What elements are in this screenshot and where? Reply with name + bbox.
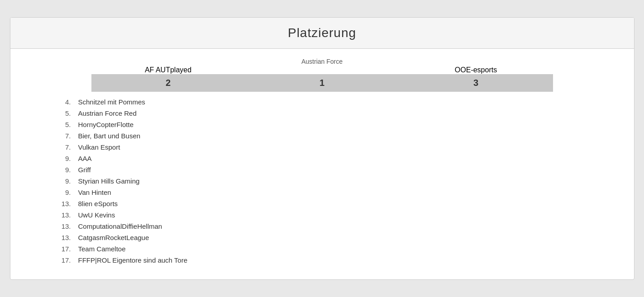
standing-rank: 5.: [51, 121, 78, 128]
standing-row: 9.Styrian Hills Gaming: [51, 175, 620, 187]
standing-rank: 17.: [51, 256, 78, 264]
standing-team-name: Styrian Hills Gaming: [78, 177, 620, 185]
standing-team-name: Team Cameltoe: [78, 245, 620, 253]
first-rank-cell: 1: [245, 74, 399, 92]
standing-team-name: UwU Kevins: [78, 211, 620, 219]
podium-names-row: AF AUTplayed OOE-esports: [24, 66, 620, 74]
standing-row: 7.Vulkan Esport: [51, 141, 620, 153]
standing-team-name: AAA: [78, 155, 620, 162]
standing-team-name: HornyCopterFlotte: [78, 121, 620, 128]
standing-row: 9.Griff: [51, 164, 620, 175]
standing-team-name: Vulkan Esport: [78, 143, 620, 151]
standing-team-name: Schnitzel mit Pommes: [78, 98, 620, 106]
third-rank-cell: 3: [399, 74, 553, 92]
standing-team-name: 8lien eSports: [78, 200, 620, 207]
standing-rank: 4.: [51, 98, 78, 106]
standing-row: 5.Austrian Force Red: [51, 108, 620, 119]
standing-row: 5.HornyCopterFlotte: [51, 119, 620, 130]
main-container: Platzierung Austrian Force AF AUTplayed …: [10, 17, 634, 280]
standing-team-name: ComputationalDiffieHellman: [78, 222, 620, 230]
standing-row: 13.ComputationalDiffieHellman: [51, 221, 620, 232]
standing-rank: 9.: [51, 177, 78, 185]
standing-team-name: Griff: [78, 166, 620, 174]
standing-row: 17.Team Cameltoe: [51, 243, 620, 255]
standing-team-name: FFFP|ROL Eigentore sind auch Tore: [78, 256, 620, 264]
standing-rank: 5.: [51, 109, 78, 117]
standing-row: 13.UwU Kevins: [51, 209, 620, 221]
standing-rank: 13.: [51, 200, 78, 207]
third-rank: 3: [399, 74, 553, 92]
podium-section: Austrian Force AF AUTplayed OOE-esports …: [24, 58, 620, 92]
standing-row: 7.Bier, Bart und Busen: [51, 130, 620, 141]
first-rank: 1: [245, 74, 399, 92]
standing-team-name: Van Hinten: [78, 189, 620, 196]
first-place-rank-cell: [245, 66, 399, 74]
standing-rank: 7.: [51, 143, 78, 151]
standing-row: 13.CatgasmRocketLeague: [51, 232, 620, 243]
standing-row: 17.FFFP|ROL Eigentore sind auch Tore: [51, 255, 620, 266]
page-title: Platzierung: [19, 26, 625, 40]
standing-row: 9.AAA: [51, 153, 620, 164]
standing-rank: 9.: [51, 166, 78, 174]
standing-rank: 17.: [51, 245, 78, 253]
second-rank-cell: 2: [91, 74, 245, 92]
standing-rank: 13.: [51, 234, 78, 241]
standing-team-name: Bier, Bart und Busen: [78, 132, 620, 140]
content-area: Austrian Force AF AUTplayed OOE-esports …: [10, 49, 634, 279]
standing-rank: 9.: [51, 189, 78, 196]
standing-rank: 7.: [51, 132, 78, 140]
standing-row: 9.Van Hinten: [51, 187, 620, 198]
standing-team-name: CatgasmRocketLeague: [78, 234, 620, 241]
standing-row: 13.8lien eSports: [51, 198, 620, 209]
second-rank: 2: [91, 74, 245, 92]
second-place-label: AF AUTplayed: [91, 66, 245, 74]
standing-rank: 9.: [51, 155, 78, 162]
standing-row: 4.Schnitzel mit Pommes: [51, 96, 620, 108]
standing-rank: 13.: [51, 222, 78, 230]
standings-list: 4.Schnitzel mit Pommes5.Austrian Force R…: [24, 96, 620, 266]
standing-team-name: Austrian Force Red: [78, 109, 620, 117]
first-place-name: Austrian Force: [24, 58, 620, 65]
third-place-label: OOE-esports: [399, 66, 553, 74]
title-bar: Platzierung: [10, 18, 634, 49]
standing-rank: 13.: [51, 211, 78, 219]
podium-ranks-row: 2 1 3: [24, 74, 620, 92]
